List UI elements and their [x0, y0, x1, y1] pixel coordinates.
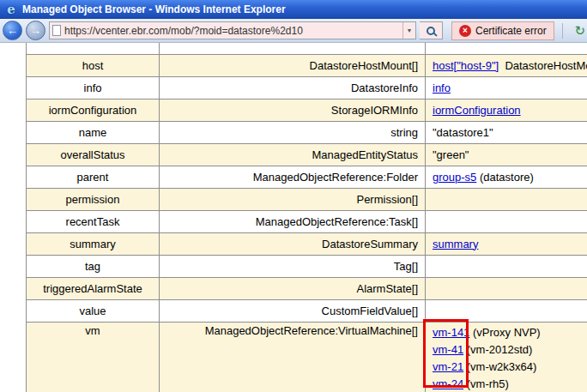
property-name-cell: host — [27, 55, 160, 77]
property-type-cell: StorageIORMInfo — [160, 100, 426, 122]
property-type-cell: string — [160, 122, 426, 144]
value-link[interactable]: iormConfiguration — [433, 104, 521, 117]
toolbar-separator — [562, 23, 563, 39]
property-name-cell: summary — [27, 233, 160, 256]
value-link[interactable]: host["host-9"] — [433, 59, 499, 72]
property-type-cell: DatastoreSummary — [160, 233, 426, 256]
property-value-cell — [426, 300, 587, 323]
table-row: vmManagedObjectReference:VirtualMachine[… — [27, 323, 587, 392]
search-button[interactable] — [420, 21, 443, 39]
value-link[interactable]: vm-21 — [433, 360, 463, 373]
property-name-cell: info — [27, 77, 160, 100]
table-row: summaryDatastoreSummarysummary — [27, 233, 587, 256]
properties-table: hostDatastoreHostMount[]host["host-9"] D… — [26, 43, 587, 392]
forward-arrow-icon: → — [30, 24, 41, 37]
window-titlebar[interactable]: e Managed Object Browser - Windows Inter… — [0, 0, 587, 19]
value-text: (vProxy NVP) — [469, 326, 540, 339]
property-type-cell: ManagedEntityStatus — [160, 144, 426, 166]
window-title: Managed Object Browser - Windows Interne… — [22, 3, 286, 15]
property-type-cell: DatastoreInfo — [160, 77, 426, 100]
property-value-cell — [426, 278, 587, 300]
property-name-cell: tag — [27, 256, 160, 278]
property-type-cell: Permission[] — [160, 189, 426, 211]
table-row: parentManagedObjectReference:Foldergroup… — [27, 166, 587, 189]
property-name-cell: name — [27, 122, 160, 144]
property-name-cell: parent — [27, 166, 160, 189]
table-row: triggeredAlarmStateAlarmState[] — [27, 278, 587, 300]
property-type-cell — [160, 43, 426, 55]
table-row: infoDatastoreInfoinfo — [27, 77, 587, 100]
property-name-cell: recentTask — [27, 211, 160, 233]
table-row: iormConfigurationStorageIORMInfoiormConf… — [27, 100, 587, 122]
forward-button[interactable]: → — [26, 21, 45, 40]
property-name-cell: permission — [27, 189, 160, 211]
table-row: recentTaskManagedObjectReference:Task[] — [27, 211, 587, 233]
magnifier-icon — [427, 27, 435, 35]
property-type-cell: AlarmState[] — [160, 278, 426, 300]
value-text: "green" — [433, 148, 469, 161]
property-name-cell: vm — [27, 323, 160, 392]
value-text: DatastoreHostMount — [499, 59, 587, 72]
value-text: (vm-2012std) — [463, 343, 532, 356]
address-input[interactable]: https://vcenter.ebr.com/mob/?moid=datast… — [49, 21, 416, 39]
value-link[interactable]: group-s5 — [433, 171, 476, 184]
refresh-button[interactable]: ↻ — [571, 21, 587, 40]
value-link[interactable]: info — [433, 81, 451, 94]
property-type-cell: ManagedObjectReference:Folder — [160, 166, 426, 189]
property-value-cell: group-s5 (datastore) — [426, 166, 587, 189]
property-name-cell: triggeredAlarmState — [27, 278, 160, 300]
back-arrow-icon: ← — [7, 24, 18, 37]
value-text: (datastore) — [476, 171, 533, 184]
property-value-cell: summary — [426, 233, 587, 256]
browser-toolbar: ← → https://vcenter.ebr.com/mob/?moid=da… — [0, 19, 587, 43]
property-value-cell: host["host-9"] DatastoreHostMount — [426, 55, 587, 77]
property-value-cell: info — [426, 77, 587, 100]
property-value-cell — [426, 43, 587, 55]
url-text: https://vcenter.ebr.com/mob/?moid=datast… — [64, 25, 402, 37]
table-row: valueCustomFieldValue[] — [27, 300, 587, 323]
property-value-cell — [426, 256, 587, 278]
value-text: "datastore1" — [433, 126, 493, 139]
table-row-partial — [27, 43, 587, 55]
value-link[interactable]: summary — [433, 238, 478, 250]
property-value-cell: vm-141 (vProxy NVP)vm-41 (vm-2012std)vm-… — [426, 323, 587, 392]
page-icon — [52, 25, 61, 36]
value-link[interactable]: vm-141 — [433, 326, 469, 339]
value-link[interactable]: vm-41 — [433, 343, 463, 356]
property-value-cell: "green" — [426, 144, 587, 166]
property-value-cell — [426, 189, 587, 211]
browser-window: e Managed Object Browser - Windows Inter… — [0, 0, 587, 392]
table-row: hostDatastoreHostMount[]host["host-9"] D… — [27, 55, 587, 77]
address-dropdown-icon[interactable]: ▼ — [402, 22, 415, 39]
property-type-cell: CustomFieldValue[] — [160, 300, 426, 323]
certificate-error-badge[interactable]: × Certificate error — [451, 21, 554, 40]
property-value-cell: iormConfiguration — [426, 100, 587, 122]
property-name-cell — [27, 43, 160, 55]
property-value-cell — [426, 211, 587, 233]
property-name-cell: overallStatus — [27, 144, 160, 166]
table-row: overallStatusManagedEntityStatus"green" — [27, 144, 587, 166]
property-name-cell: value — [27, 300, 160, 323]
certificate-error-icon: × — [459, 25, 471, 37]
value-text: (vm-w2k3x64) — [463, 360, 536, 373]
ie-logo-icon: e — [4, 2, 18, 17]
property-type-cell: ManagedObjectReference:Task[] — [160, 211, 426, 233]
back-button[interactable]: ← — [3, 21, 22, 40]
properties-table-body: hostDatastoreHostMount[]host["host-9"] D… — [27, 43, 587, 392]
table-row: namestring"datastore1" — [27, 122, 587, 144]
property-value-cell: "datastore1" — [426, 122, 587, 144]
value-link[interactable]: vm-24 — [433, 377, 463, 390]
table-row: tagTag[] — [27, 256, 587, 278]
property-name-cell: iormConfiguration — [27, 100, 160, 122]
value-text: (vm-rh5) — [463, 377, 509, 390]
property-type-cell: ManagedObjectReference:VirtualMachine[] — [160, 323, 426, 392]
table-row: permissionPermission[] — [27, 189, 587, 211]
page-content: hostDatastoreHostMount[]host["host-9"] D… — [0, 43, 587, 392]
property-type-cell: DatastoreHostMount[] — [160, 55, 426, 77]
certificate-error-label: Certificate error — [475, 25, 547, 37]
property-type-cell: Tag[] — [160, 256, 426, 278]
